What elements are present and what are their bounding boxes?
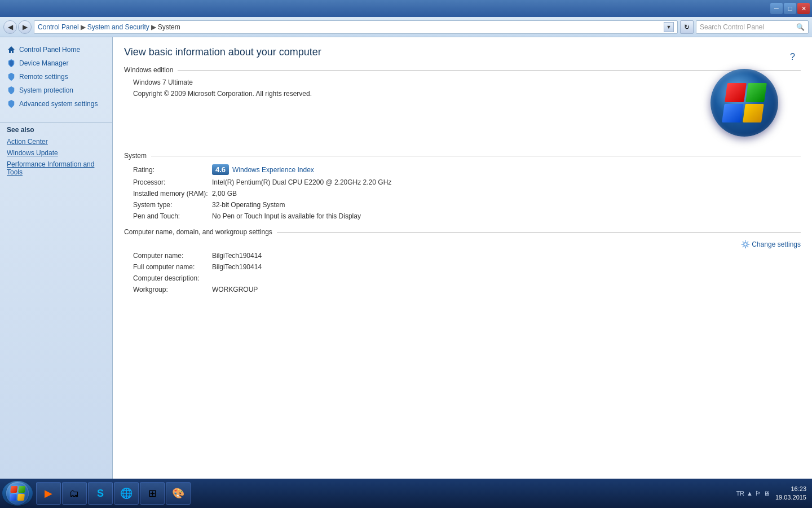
page-title: View basic information about your comput… [124,46,801,58]
taskbar-app-media-player[interactable]: ▶ [36,482,61,505]
content-area: ? View basic information about your comp… [113,37,812,479]
pen-touch-row: Pen and Touch: No Pen or Touch Input is … [124,212,801,220]
system-type-row: System type: 32-bit Operating System [124,201,801,209]
workgroup-value: WORKGROUP [212,286,258,294]
computer-section-header: Computer name, domain, and workgroup set… [124,228,801,236]
workgroup-label: Workgroup: [133,286,212,294]
sidebar-link-windows-update[interactable]: Windows Update [0,147,112,159]
memory-label: Installed memory (RAM): [133,190,212,198]
full-name-label: Full computer name: [133,263,212,271]
taskbar-app-paint[interactable]: 🎨 [166,482,191,505]
device-manager-icon [7,59,16,68]
paint-icon: 🎨 [172,487,184,500]
title-bar: ─ □ ✕ [0,0,812,17]
search-icon: 🔍 [796,23,805,31]
help-icon[interactable]: ? [790,52,795,62]
sidebar-home-label: Control Panel Home [19,46,80,54]
section-line-1 [178,70,801,71]
search-bar[interactable]: Search Control Panel 🔍 [696,20,809,34]
sidebar-link-action-center[interactable]: Action Center [0,136,112,147]
rating-badge: 4.6 [212,164,229,175]
pen-touch-value: No Pen or Touch Input is available for t… [212,212,361,220]
start-pane-green [18,486,25,493]
breadcrumb-arrow-2: ▶ [151,23,156,31]
win-pane-green [745,83,767,102]
maximize-button[interactable]: □ [784,3,796,14]
win-pane-red [725,83,746,102]
start-pane-red [10,486,17,493]
breadcrumb-control-panel[interactable]: Control Panel [38,23,79,31]
processor-value: Intel(R) Pentium(R) Dual CPU E2200 @ 2.2… [212,178,391,186]
forward-button[interactable]: ▶ [18,20,32,34]
sidebar: Control Panel Home Device Manager Remote… [0,37,113,479]
windows-logo-inner [722,83,767,122]
rating-row: Rating: 4.6 Windows Experience Index [124,164,801,175]
see-also-title: See also [0,122,112,136]
taskbar-app-file-manager[interactable]: 🗂 [62,482,87,505]
tray-icons: TR ▲ 🏳 🖥 [736,490,770,497]
win-pane-yellow [743,104,764,123]
tray-arrow[interactable]: ▲ [747,490,753,497]
back-button[interactable]: ◀ [3,20,17,34]
taskbar-app-control-panel[interactable]: ⊞ [140,482,165,505]
control-panel-icon: ⊞ [148,487,157,500]
sidebar-item-remote-settings[interactable]: Remote settings [0,70,112,84]
clock-date: 19.03.2015 [775,493,806,502]
computer-name-label: Computer name: [133,252,212,260]
memory-value: 2,00 GB [212,190,237,198]
clock[interactable]: 16:23 19.03.2015 [775,485,806,502]
sidebar-item-device-manager[interactable]: Device Manager [0,56,112,70]
sidebar-item-advanced-settings[interactable]: Advanced system settings [0,97,112,111]
sidebar-item-home[interactable]: Control Panel Home [0,43,112,56]
start-button[interactable] [2,481,33,506]
system-type-label: System type: [133,201,212,209]
sidebar-link-performance[interactable]: Performance Information and Tools [0,159,112,178]
windows-experience-link[interactable]: Windows Experience Index [232,166,314,174]
settings-gear-icon [742,240,749,248]
start-orb [6,482,29,505]
section-line-2 [151,156,801,156]
window-controls: ─ □ ✕ [770,3,810,14]
start-pane-yellow [17,494,25,501]
rating-label: Rating: [133,166,212,174]
windows-edition-header: Windows edition [124,66,801,74]
breadcrumb-system-security[interactable]: System and Security [87,23,149,31]
pen-touch-label: Pen and Touch: [133,212,212,220]
tray-flag-icon: 🏳 [755,490,761,497]
address-bar: ◀ ▶ Control Panel ▶ System and Security … [0,17,812,37]
description-label: Computer description: [133,274,212,282]
main-layout: Control Panel Home Device Manager Remote… [0,37,812,479]
chrome-icon: 🌐 [120,487,133,500]
sidebar-system-protection-label: System protection [19,86,73,94]
search-placeholder: Search Control Panel [700,23,764,31]
computer-name-row: Computer name: BilgiTech190414 [124,252,801,260]
win-pane-blue [722,104,743,123]
sidebar-item-system-protection[interactable]: System protection [0,84,112,97]
windows-logo [710,69,778,137]
full-name-row: Full computer name: BilgiTech190414 [124,263,801,271]
change-settings-label: Change settings [752,240,801,248]
computer-name-value: BilgiTech190414 [212,252,262,260]
home-icon [7,45,16,54]
see-also-section: See also Action Center Windows Update Pe… [0,122,112,178]
windows-edition-label: Windows edition [124,66,173,74]
change-settings-link[interactable]: Change settings [742,240,801,248]
taskbar-app-chrome[interactable]: 🌐 [114,482,139,505]
breadcrumb-system: System [158,23,180,31]
taskbar-right: TR ▲ 🏳 🖥 16:23 19.03.2015 [736,485,810,502]
taskbar: ▶ 🗂 S 🌐 ⊞ 🎨 TR ▲ 🏳 🖥 16:23 19.03.2015 [0,479,812,508]
taskbar-app-skype[interactable]: S [88,482,113,505]
nav-buttons: ◀ ▶ [3,20,32,34]
sidebar-remote-settings-label: Remote settings [19,73,68,81]
breadcrumb-dropdown[interactable]: ▼ [664,22,674,32]
breadcrumb-arrow-1: ▶ [81,23,86,31]
description-row: Computer description: [124,274,801,282]
edition-copyright-row: Copyright © 2009 Microsoft Corporation. … [124,90,801,98]
processor-label: Processor: [133,178,212,186]
content-wrapper: ? View basic information about your comp… [124,46,801,294]
refresh-button[interactable]: ↻ [680,20,694,34]
minimize-button[interactable]: ─ [770,3,783,14]
workgroup-row: Workgroup: WORKGROUP [124,286,801,294]
close-button[interactable]: ✕ [797,3,810,14]
svg-point-0 [744,243,747,246]
